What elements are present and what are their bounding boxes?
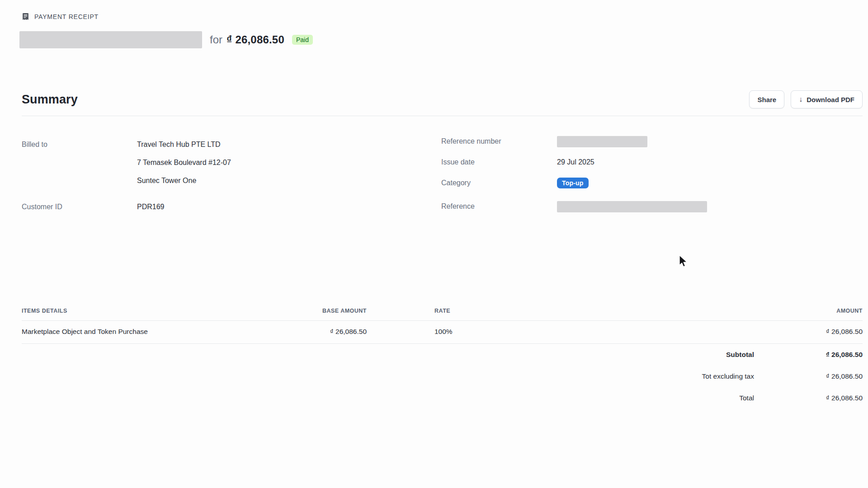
amount-cell: ₫ 26,086.50 <box>502 321 863 343</box>
category-label: Category <box>441 177 557 189</box>
subtotal-label: Subtotal <box>22 344 754 366</box>
total-value: ₫ 26,086.50 <box>754 387 863 409</box>
items-table-header: ITEMS DETAILS BASE AMOUNT RATE AMOUNT <box>22 305 863 321</box>
total-excluding-tax-label: Tot excluding tax <box>22 366 754 387</box>
payment-receipt-header: PAYMENT RECEIPT <box>22 13 99 20</box>
download-icon: ↓ <box>799 96 802 103</box>
receipt-amount: ₫ 26,086.50 <box>226 33 284 46</box>
total-excluding-tax-row: Tot excluding tax ₫ 26,086.50 <box>22 366 863 387</box>
total-row: Total ₫ 26,086.50 <box>22 387 863 409</box>
items-table: ITEMS DETAILS BASE AMOUNT RATE AMOUNT Ma… <box>22 305 863 409</box>
col-header-amount: AMOUNT <box>502 305 863 316</box>
customer-id-row: Customer ID PDR169 <box>22 198 441 216</box>
payment-receipt-label: PAYMENT RECEIPT <box>34 13 99 20</box>
subtotal-row: Subtotal ₫ 26,086.50 <box>22 344 863 366</box>
redacted-customer-name-bar <box>19 31 202 48</box>
base-amount-cell: ₫ 26,086.50 <box>275 321 367 343</box>
billed-to-value: Travel Tech Hub PTE LTD 7 Temasek Boulev… <box>137 136 231 190</box>
summary-title: Summary <box>22 93 78 107</box>
rate-cell: 100% <box>367 321 502 343</box>
share-button[interactable]: Share <box>749 90 784 108</box>
summary-details: Billed to Travel Tech Hub PTE LTD 7 Tema… <box>22 136 863 221</box>
redacted-reference-number-bar <box>557 136 647 147</box>
summary-divider <box>22 116 863 116</box>
download-pdf-button[interactable]: ↓ Download PDF <box>791 90 863 108</box>
paid-status-badge: Paid <box>292 35 313 45</box>
customer-id-label: Customer ID <box>22 198 137 216</box>
category-badge: Top-up <box>557 178 589 188</box>
receipt-icon <box>22 13 29 20</box>
table-row: Marketplace Object and Token Purchase ₫ … <box>22 321 863 344</box>
reference-row: Reference <box>441 201 863 212</box>
redacted-reference-bar <box>557 201 707 212</box>
billed-to-row: Billed to Travel Tech Hub PTE LTD 7 Tema… <box>22 136 441 190</box>
customer-id-value: PDR169 <box>137 198 164 216</box>
issue-date-row: Issue date 29 Jul 2025 <box>441 156 863 168</box>
col-header-base-amount: BASE AMOUNT <box>275 305 367 316</box>
item-name-cell: Marketplace Object and Token Purchase <box>22 321 275 343</box>
reference-number-label: Reference number <box>441 136 557 147</box>
col-header-rate: RATE <box>367 305 502 316</box>
category-row: Category Top-up <box>441 177 863 189</box>
reference-number-row: Reference number <box>441 136 863 147</box>
subtotal-value: ₫ 26,086.50 <box>754 344 863 366</box>
billed-to-label: Billed to <box>22 136 137 154</box>
mouse-cursor <box>679 255 689 270</box>
reference-label: Reference <box>441 201 557 212</box>
total-label: Total <box>22 387 754 409</box>
receipt-amount-row: for ₫ 26,086.50 Paid <box>19 30 313 50</box>
col-header-items-details: ITEMS DETAILS <box>22 305 275 316</box>
issue-date-label: Issue date <box>441 156 557 168</box>
total-excluding-tax-value: ₫ 26,086.50 <box>754 366 863 387</box>
issue-date-value: 29 Jul 2025 <box>557 158 594 166</box>
for-text: for <box>210 33 222 46</box>
